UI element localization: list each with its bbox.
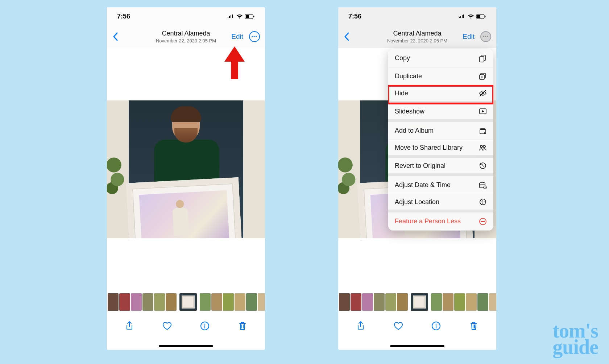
menu-item-hide[interactable]: Hide xyxy=(388,86,493,104)
location-icon xyxy=(479,198,487,206)
battery-icon xyxy=(476,14,486,19)
thumbnail[interactable] xyxy=(466,293,477,311)
datetime-icon xyxy=(479,181,487,189)
svg-rect-1 xyxy=(253,16,254,17)
hide-icon xyxy=(479,89,487,97)
phone-screenshot-left: 7:56 Central Alameda November 22, 2020 2… xyxy=(107,7,265,350)
battery-icon xyxy=(245,14,255,19)
thumbnail[interactable] xyxy=(108,293,119,311)
thumbnail[interactable] xyxy=(477,293,488,311)
nav-bar: Central Alameda November 22, 2020 2:05 P… xyxy=(338,25,496,48)
more-button[interactable]: ••• xyxy=(480,31,491,42)
home-indicator[interactable] xyxy=(390,345,444,347)
duplicate-icon xyxy=(479,73,487,80)
thumbnail[interactable] xyxy=(119,293,130,311)
status-time: 7:56 xyxy=(117,13,130,20)
menu-item-label: Feature a Person Less xyxy=(395,218,461,225)
thumbnail[interactable] xyxy=(246,293,257,311)
thumbnail[interactable] xyxy=(431,293,442,311)
menu-item-label: Hide xyxy=(395,90,408,97)
thumbnail[interactable] xyxy=(374,293,385,311)
revert-icon xyxy=(479,162,487,170)
edit-button[interactable]: Edit xyxy=(463,33,475,41)
thumbnail[interactable] xyxy=(454,293,465,311)
menu-item-label: Copy xyxy=(395,54,410,62)
thumbnail[interactable] xyxy=(385,293,396,311)
svg-rect-6 xyxy=(485,16,485,17)
thumbnail-strip[interactable] xyxy=(338,291,496,313)
svg-point-20 xyxy=(483,145,485,148)
thumbnail-strip[interactable] xyxy=(107,291,265,313)
thumbnail[interactable] xyxy=(362,293,373,311)
thumbnail[interactable] xyxy=(443,293,453,311)
menu-item-copy[interactable]: Copy xyxy=(388,49,493,67)
watermark-line2: guide xyxy=(552,339,598,355)
phone-screenshot-right: 7:56 Central Alameda November 22, 2020 2… xyxy=(338,7,496,350)
wifi-icon xyxy=(236,14,243,19)
copy-icon xyxy=(479,54,487,62)
bottom-toolbar xyxy=(107,313,265,339)
share-button[interactable] xyxy=(124,320,135,332)
share-button[interactable] xyxy=(355,320,366,332)
status-bar: 7:56 xyxy=(338,7,496,25)
thumbnail-selected[interactable] xyxy=(411,293,428,311)
home-indicator[interactable] xyxy=(159,345,213,347)
svg-point-19 xyxy=(480,145,482,148)
menu-item-label: Add to Album xyxy=(395,127,434,135)
slideshow-icon xyxy=(479,107,487,115)
bottom-toolbar xyxy=(338,313,496,339)
menu-item-label: Adjust Date & Time xyxy=(395,181,451,189)
menu-item-duplicate[interactable]: Duplicate xyxy=(388,67,493,86)
svg-point-25 xyxy=(482,202,484,203)
menu-item-datetime[interactable]: Adjust Date & Time xyxy=(388,176,493,194)
menu-item-slideshow[interactable]: Slideshow xyxy=(388,104,493,122)
thumbnail[interactable] xyxy=(131,293,142,311)
thumbnail[interactable] xyxy=(142,293,153,311)
thumbnail[interactable] xyxy=(258,293,265,311)
favorite-button[interactable] xyxy=(393,320,404,332)
wifi-icon xyxy=(468,14,474,19)
signal-icon xyxy=(227,14,235,18)
photo-viewer[interactable] xyxy=(107,48,265,291)
thumbnail[interactable] xyxy=(397,293,408,311)
less-icon xyxy=(479,218,487,226)
back-button[interactable] xyxy=(338,32,356,41)
edit-button[interactable]: Edit xyxy=(231,33,243,41)
svg-rect-17 xyxy=(481,128,485,129)
thumbnail[interactable] xyxy=(154,293,165,311)
photo xyxy=(107,100,265,238)
signal-icon xyxy=(459,14,466,18)
menu-item-album[interactable]: Add to Album xyxy=(388,122,493,140)
album-icon xyxy=(479,127,487,135)
info-button[interactable] xyxy=(199,320,211,332)
thumbnail[interactable] xyxy=(200,293,211,311)
watermark: tom's guide xyxy=(552,323,598,355)
menu-item-location[interactable]: Adjust Location xyxy=(388,194,493,212)
info-button[interactable] xyxy=(430,320,442,332)
thumbnail[interactable] xyxy=(489,293,496,311)
menu-item-less[interactable]: Feature a Person Less xyxy=(388,212,493,231)
svg-point-4 xyxy=(204,324,206,325)
favorite-button[interactable] xyxy=(161,320,173,332)
back-button[interactable] xyxy=(107,32,124,41)
thumbnail[interactable] xyxy=(339,293,350,311)
svg-rect-11 xyxy=(480,57,484,62)
more-button[interactable]: ••• xyxy=(249,31,260,42)
menu-item-label: Slideshow xyxy=(395,108,424,115)
thumbnail[interactable] xyxy=(166,293,177,311)
nav-bar: Central Alameda November 22, 2020 2:05 P… xyxy=(107,25,265,48)
trash-button[interactable] xyxy=(468,320,480,332)
menu-item-revert[interactable]: Revert to Original xyxy=(388,158,493,176)
svg-rect-7 xyxy=(477,15,480,18)
menu-item-label: Revert to Original xyxy=(395,162,446,170)
thumbnail[interactable] xyxy=(351,293,361,311)
status-icons xyxy=(227,14,255,19)
menu-item-label: Duplicate xyxy=(395,73,422,80)
thumbnail[interactable] xyxy=(211,293,222,311)
trash-button[interactable] xyxy=(237,320,248,332)
thumbnail[interactable] xyxy=(223,293,234,311)
status-icons xyxy=(459,14,486,19)
thumbnail-selected[interactable] xyxy=(179,293,197,311)
menu-item-shared[interactable]: Move to Shared Library xyxy=(388,140,493,158)
thumbnail[interactable] xyxy=(235,293,245,311)
